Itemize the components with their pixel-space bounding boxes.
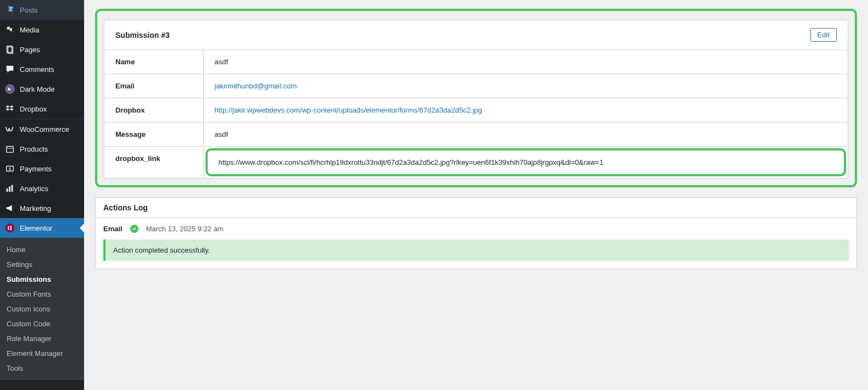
sidebar-item-label: Posts bbox=[20, 6, 38, 14]
submenu-tools[interactable]: Tools bbox=[0, 361, 84, 376]
admin-sidebar: Posts Media Pages Comments Dark Mode Dro… bbox=[0, 0, 84, 390]
sidebar-item-media[interactable]: Media bbox=[0, 20, 84, 40]
sidebar-item-woocommerce[interactable]: WooCommerce bbox=[0, 119, 84, 139]
elementor-icon bbox=[4, 222, 15, 233]
sidebar-item-label: Analytics bbox=[20, 185, 48, 193]
submenu-custom-code[interactable]: Custom Code bbox=[0, 316, 84, 331]
sidebar-item-comments[interactable]: Comments bbox=[0, 59, 84, 79]
svg-rect-8 bbox=[12, 185, 13, 192]
action-timestamp: March 13, 2025 9:22 am bbox=[146, 225, 224, 233]
svg-rect-13 bbox=[10, 229, 12, 230]
submission-panel: Submission #3 Edit Name asdf Email jakir… bbox=[104, 20, 848, 179]
sidebar-item-pages[interactable]: Pages bbox=[0, 40, 84, 59]
sidebar-item-label: Dark Mode bbox=[20, 85, 55, 93]
svg-rect-7 bbox=[9, 186, 10, 192]
actions-log-panel: Actions Log Email March 13, 2025 9:22 am… bbox=[95, 197, 857, 269]
submission-title: Submission #3 bbox=[115, 31, 170, 40]
svg-rect-12 bbox=[10, 227, 12, 229]
submission-fields-table: Name asdf Email jakirmithunbd@gmail.com … bbox=[104, 49, 848, 178]
submenu-submissions[interactable]: Submissions bbox=[0, 272, 84, 287]
comments-icon bbox=[4, 64, 15, 75]
woo-icon bbox=[4, 124, 15, 135]
elementor-submenu: Home Settings Submissions Custom Fonts C… bbox=[0, 238, 84, 380]
field-label-email: Email bbox=[104, 74, 203, 98]
table-row: Dropbox http://jakir.wpwebdevs.com/wp-co… bbox=[104, 98, 848, 122]
action-label: Email bbox=[103, 225, 123, 233]
sidebar-item-label: Elementor bbox=[20, 224, 52, 232]
marketing-icon bbox=[4, 203, 15, 214]
sidebar-item-label: Comments bbox=[20, 65, 54, 74]
action-row: Email March 13, 2025 9:22 am bbox=[96, 218, 856, 239]
edit-button[interactable]: Edit bbox=[810, 28, 837, 42]
submenu-home[interactable]: Home bbox=[0, 242, 84, 257]
sidebar-item-posts[interactable]: Posts bbox=[0, 0, 84, 20]
submenu-element-manager[interactable]: Element Manager bbox=[0, 346, 84, 361]
analytics-icon bbox=[4, 183, 15, 194]
sidebar-item-label: Products bbox=[20, 145, 48, 153]
svg-text:$: $ bbox=[9, 166, 11, 171]
pages-icon bbox=[4, 44, 15, 55]
action-success-message: Action completed successfully. bbox=[103, 239, 849, 261]
sidebar-item-payments[interactable]: $ Payments bbox=[0, 159, 84, 179]
sidebar-item-elementor[interactable]: Elementor bbox=[0, 218, 84, 238]
field-value-email-link[interactable]: jakirmithunbd@gmail.com bbox=[215, 82, 297, 90]
pin-icon bbox=[4, 4, 15, 15]
svg-point-0 bbox=[7, 27, 10, 30]
field-label-message: Message bbox=[104, 122, 203, 147]
svg-rect-11 bbox=[10, 226, 12, 227]
sidebar-item-analytics[interactable]: Analytics bbox=[0, 179, 84, 198]
submission-highlight-box: Submission #3 Edit Name asdf Email jakir… bbox=[95, 9, 857, 187]
sidebar-item-marketing[interactable]: Marketing bbox=[0, 198, 84, 218]
main-content: Submission #3 Edit Name asdf Email jakir… bbox=[84, 0, 868, 390]
check-icon bbox=[130, 225, 138, 233]
table-row: dropbox_link https://www.dropbox.com/scl… bbox=[104, 147, 848, 179]
actions-log-title: Actions Log bbox=[96, 198, 856, 218]
dropboxlink-highlight: https://www.dropbox.com/scl/fi/hcrhlp19d… bbox=[205, 148, 847, 176]
table-row: Name asdf bbox=[104, 50, 848, 74]
submenu-settings[interactable]: Settings bbox=[0, 257, 84, 272]
sidebar-item-label: WooCommerce bbox=[20, 125, 69, 133]
sidebar-item-products[interactable]: Products bbox=[0, 139, 84, 159]
field-label-dropbox: Dropbox bbox=[104, 98, 203, 122]
sidebar-item-label: Payments bbox=[20, 165, 52, 173]
sidebar-item-label: Pages bbox=[20, 46, 40, 54]
svg-rect-3 bbox=[7, 147, 14, 153]
products-icon bbox=[4, 143, 15, 154]
field-label-name: Name bbox=[104, 50, 203, 74]
sidebar-item-label: Media bbox=[20, 26, 39, 34]
submenu-custom-fonts[interactable]: Custom Fonts bbox=[0, 287, 84, 302]
sidebar-item-label: Dropbox bbox=[20, 105, 47, 113]
field-value-message: asdf bbox=[203, 122, 848, 147]
table-row: Message asdf bbox=[104, 122, 848, 147]
submenu-custom-icons[interactable]: Custom Icons bbox=[0, 302, 84, 316]
media-icon bbox=[4, 24, 15, 35]
field-value-dropboxlink: https://www.dropbox.com/scl/fi/hcrhlp19d… bbox=[208, 151, 844, 174]
sidebar-item-dropbox[interactable]: Dropbox bbox=[0, 99, 84, 119]
svg-rect-6 bbox=[7, 188, 8, 192]
field-label-dropboxlink: dropbox_link bbox=[104, 147, 203, 179]
table-row: Email jakirmithunbd@gmail.com bbox=[104, 74, 848, 98]
field-value-name: asdf bbox=[203, 50, 848, 74]
dropbox-icon bbox=[4, 103, 15, 114]
submenu-role-manager[interactable]: Role Manager bbox=[0, 331, 84, 346]
darkmode-icon bbox=[4, 83, 15, 94]
svg-rect-10 bbox=[8, 226, 9, 230]
field-value-dropbox-link[interactable]: http://jakir.wpwebdevs.com/wp-content/up… bbox=[215, 106, 482, 114]
sidebar-item-darkmode[interactable]: Dark Mode bbox=[0, 79, 84, 99]
payments-icon: $ bbox=[4, 163, 15, 174]
sidebar-item-label: Marketing bbox=[20, 204, 51, 213]
